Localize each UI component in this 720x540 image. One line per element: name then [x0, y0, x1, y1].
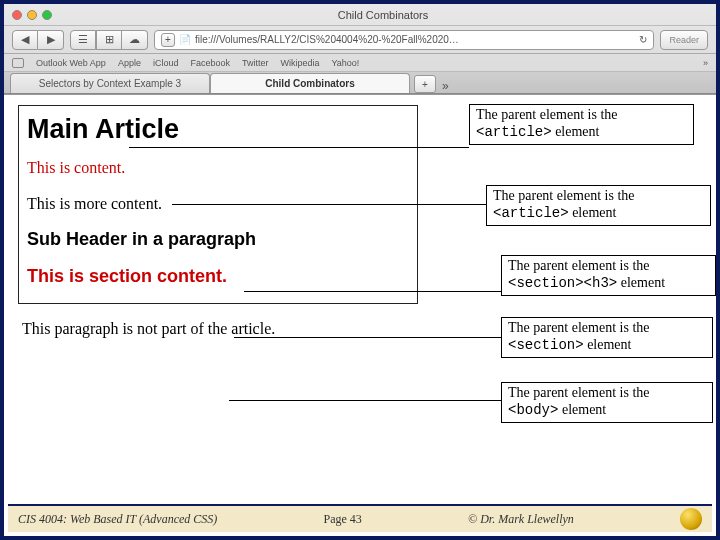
bookmark-link[interactable]: Twitter [242, 58, 269, 68]
callout-code: <article> [476, 124, 552, 140]
toolbar: ◀ ▶ ☰ ⊞ ☁ + 📄 file:///Volumes/RALLY2/CIS… [4, 26, 716, 54]
callout-3: The parent element is the <section><h3> … [501, 255, 716, 296]
icloud-tabs-button[interactable]: ☁ [122, 30, 148, 50]
callout-code: <section><h3> [508, 275, 617, 291]
callout-text: element [558, 402, 606, 417]
paragraph-red-2: This is section content. [27, 266, 411, 287]
page-icon: 📄 [179, 34, 191, 45]
reload-icon[interactable]: ↻ [639, 34, 647, 45]
callout-text: The parent element is the [508, 320, 650, 335]
connector-line [234, 337, 501, 338]
callout-text: element [584, 337, 632, 352]
callout-text: The parent element is the [493, 188, 635, 203]
callout-5: The parent element is the <body> element [501, 382, 713, 423]
callout-text: The parent element is the [508, 258, 650, 273]
forward-button[interactable]: ▶ [38, 30, 64, 50]
footer-right: © Dr. Mark Llewellyn [468, 512, 574, 527]
close-icon[interactable] [12, 10, 22, 20]
callout-code: <article> [493, 205, 569, 221]
bookmark-link[interactable]: iCloud [153, 58, 179, 68]
browser-chrome: Child Combinators ◀ ▶ ☰ ⊞ ☁ + 📄 file:///… [4, 4, 716, 95]
footer-left: CIS 4004: Web Based IT (Advanced CSS) [18, 512, 217, 527]
university-seal-icon [680, 508, 702, 530]
callout-text: element [569, 205, 617, 220]
bookmark-link[interactable]: Outlook Web App [36, 58, 106, 68]
minimize-icon[interactable] [27, 10, 37, 20]
callout-text: element [552, 124, 600, 139]
bookmark-button[interactable]: ☰ [70, 30, 96, 50]
url-text: file:///Volumes/RALLY2/CIS%204004%20-%20… [195, 34, 459, 45]
callout-4: The parent element is the <section> elem… [501, 317, 713, 358]
tab-bar: Selectors by Context Example 3 Child Com… [4, 72, 716, 94]
add-bookmark-icon[interactable]: + [161, 33, 175, 47]
titlebar: Child Combinators [4, 4, 716, 26]
callout-text: element [617, 275, 665, 290]
bookmarks-icon[interactable] [12, 58, 24, 68]
bookmark-link[interactable]: Yahoo! [332, 58, 360, 68]
callout-2: The parent element is the <article> elem… [486, 185, 711, 226]
window-title: Child Combinators [58, 9, 708, 21]
connector-line [244, 291, 501, 292]
footer-page: Page 43 [324, 512, 362, 527]
topsites-button[interactable]: ⊞ [96, 30, 122, 50]
tab-active[interactable]: Child Combinators [210, 73, 410, 93]
page-title: Main Article [27, 114, 411, 145]
reader-button[interactable]: Reader [660, 30, 708, 50]
callout-1: The parent element is the <article> elem… [469, 104, 694, 145]
callout-code: <section> [508, 337, 584, 353]
bookmark-link[interactable]: Wikipedia [280, 58, 319, 68]
new-tab-button[interactable]: + [414, 75, 436, 93]
slide-footer: CIS 4004: Web Based IT (Advanced CSS) Pa… [8, 504, 712, 532]
callout-text: The parent element is the [476, 107, 618, 122]
tab-other[interactable]: Selectors by Context Example 3 [10, 73, 210, 93]
connector-line [172, 204, 486, 205]
sub-header: Sub Header in a paragraph [27, 229, 411, 250]
paragraph-red-1: This is content. [27, 159, 411, 177]
tabs-overflow-icon[interactable]: » [442, 79, 449, 93]
zoom-icon[interactable] [42, 10, 52, 20]
connector-line [129, 147, 469, 148]
address-bar[interactable]: + 📄 file:///Volumes/RALLY2/CIS%204004%20… [154, 30, 654, 50]
callout-text: The parent element is the [508, 385, 650, 400]
window-controls [12, 10, 52, 20]
bookmarks-bar: Outlook Web App Apple iCloud Facebook Tw… [4, 54, 716, 72]
callout-code: <body> [508, 402, 558, 418]
bookmark-link[interactable]: Facebook [190, 58, 230, 68]
bookmark-link[interactable]: Apple [118, 58, 141, 68]
back-button[interactable]: ◀ [12, 30, 38, 50]
connector-line [229, 400, 501, 401]
bookmarks-more-icon[interactable]: » [703, 58, 708, 68]
